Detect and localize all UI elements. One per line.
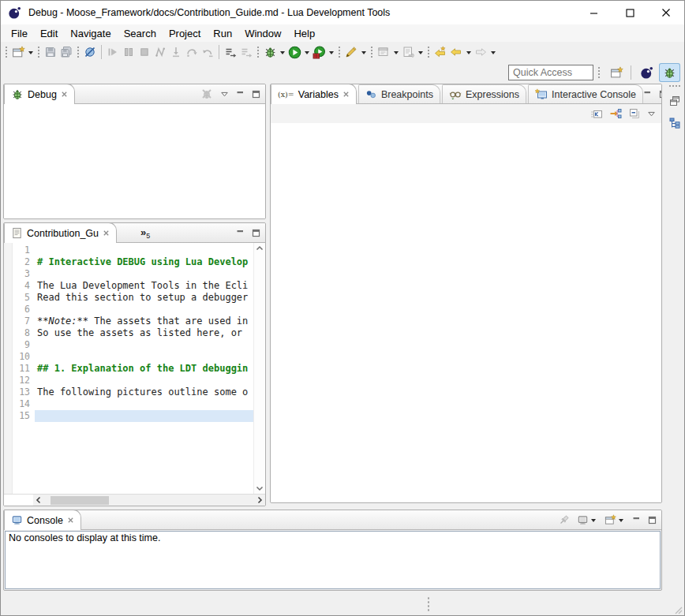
- minimize-view-icon[interactable]: [236, 229, 245, 237]
- editor-vertical-scrollbar[interactable]: [253, 243, 265, 494]
- line-number: 14: [13, 398, 35, 410]
- debug-perspective-button[interactable]: [659, 63, 680, 82]
- minimize-view-icon[interactable]: [236, 90, 245, 99]
- minimize-view-icon[interactable]: [632, 516, 641, 525]
- close-tab-icon[interactable]: [61, 91, 68, 98]
- maximize-view-icon[interactable]: [659, 90, 662, 99]
- show-logical-structure-icon[interactable]: [609, 107, 622, 120]
- toolbar-grip[interactable]: [256, 46, 260, 59]
- scroll-up-icon[interactable]: [256, 245, 264, 252]
- close-tab-icon[interactable]: [67, 517, 74, 524]
- line-number: 11: [13, 363, 35, 375]
- suspend-button: [121, 43, 137, 61]
- menu-edit[interactable]: Edit: [34, 24, 64, 42]
- external-tools-pen-icon: [345, 46, 357, 58]
- display-console-dropdown[interactable]: [589, 511, 597, 528]
- maximize-view-icon[interactable]: [648, 516, 657, 525]
- new-file-gray-dropdown[interactable]: [416, 43, 425, 61]
- maximize-window-button[interactable]: [612, 1, 648, 24]
- collapse-all-icon[interactable]: [628, 107, 641, 120]
- console-message: No consoles to display at this time.: [9, 532, 160, 543]
- debug-view-content[interactable]: [4, 104, 265, 218]
- back-dropdown[interactable]: [464, 43, 473, 61]
- menu-search[interactable]: Search: [118, 24, 163, 42]
- close-tab-icon[interactable]: [103, 230, 110, 237]
- last-edit-location-button[interactable]: [432, 43, 448, 61]
- outline-view-button[interactable]: [666, 114, 683, 132]
- outline-view-icon: [668, 117, 681, 129]
- minimize-window-button[interactable]: [575, 1, 612, 24]
- minimize-view-icon[interactable]: [643, 90, 652, 99]
- menu-run[interactable]: Run: [207, 24, 238, 42]
- display-selected-console-icon: [577, 514, 589, 526]
- editor-horizontal-scrollbar[interactable]: [4, 494, 265, 506]
- run-to-line-button[interactable]: [223, 43, 238, 61]
- window-controls: [575, 1, 684, 24]
- toolbar-grip[interactable]: [5, 46, 8, 59]
- maximize-view-icon[interactable]: [252, 90, 260, 99]
- tab-breakpoints[interactable]: Breakpoints: [358, 84, 440, 103]
- window-resize-grip[interactable]: [672, 604, 683, 614]
- editor-overflow-chevron[interactable]: » 5: [140, 226, 150, 240]
- maximize-view-icon[interactable]: [252, 229, 260, 237]
- run-button[interactable]: [286, 43, 302, 61]
- tab-variables[interactable]: (x)= Variables: [271, 84, 357, 104]
- coverage-dropdown[interactable]: [327, 43, 335, 61]
- toolbar-grip[interactable]: [427, 46, 430, 59]
- toolbar-grip[interactable]: [77, 46, 80, 59]
- view-menu-icon[interactable]: [647, 110, 656, 118]
- open-console-button[interactable]: [605, 511, 625, 528]
- toolbar-grip[interactable]: [370, 46, 373, 59]
- code-area[interactable]: # Interactive DEBUG using Lua Develop Th…: [35, 243, 253, 494]
- tab-interactive-console[interactable]: Interactive Console: [528, 84, 643, 103]
- menu-help[interactable]: Help: [287, 24, 321, 42]
- display-selected-console-button[interactable]: [577, 511, 597, 528]
- menu-window[interactable]: Window: [238, 24, 287, 42]
- run-dropdown[interactable]: [302, 43, 311, 61]
- show-type-names-icon[interactable]: [590, 107, 603, 120]
- external-tools-button[interactable]: [343, 43, 359, 61]
- scroll-down-icon[interactable]: [256, 485, 264, 491]
- line-number: 5: [13, 292, 35, 304]
- new-wizard-dropdown[interactable]: [26, 43, 35, 61]
- tab-debug[interactable]: Debug: [4, 84, 75, 104]
- menu-navigate[interactable]: Navigate: [64, 24, 117, 42]
- variables-stack: (x)= Variables Breakpoints Expressions I…: [270, 84, 662, 503]
- skip-all-breakpoints-button[interactable]: [82, 43, 98, 61]
- restore-view-button[interactable]: [666, 92, 683, 110]
- close-tab-icon[interactable]: [342, 91, 350, 98]
- status-bar-grip[interactable]: [427, 596, 430, 612]
- tab-contribution-guide[interactable]: Contribution_Gu: [4, 222, 117, 243]
- external-tools-dropdown[interactable]: [359, 43, 368, 61]
- line-number: 1: [13, 245, 35, 256]
- menu-file[interactable]: File: [5, 24, 34, 42]
- open-console-dropdown[interactable]: [616, 511, 625, 528]
- scroll-left-button[interactable]: [33, 496, 44, 504]
- back-button[interactable]: [448, 43, 464, 61]
- debug-button[interactable]: [262, 43, 278, 61]
- quick-access-input[interactable]: [508, 65, 593, 80]
- lua-perspective-button[interactable]: [636, 63, 657, 82]
- variables-content[interactable]: [271, 123, 661, 502]
- toolbar-grip[interactable]: [37, 46, 40, 59]
- open-perspective-button[interactable]: [606, 63, 627, 82]
- debug-dropdown[interactable]: [278, 43, 286, 61]
- code-line: [35, 398, 253, 410]
- toolbar-grip[interactable]: [338, 46, 341, 59]
- horizontal-scroll-thumb[interactable]: [51, 496, 109, 505]
- suspend-icon: [122, 46, 135, 58]
- coverage-button[interactable]: [311, 43, 327, 61]
- menu-project[interactable]: Project: [163, 24, 207, 42]
- scroll-right-button[interactable]: [254, 496, 265, 504]
- view-menu-icon[interactable]: [220, 90, 229, 99]
- tab-console[interactable]: Console: [4, 510, 81, 530]
- close-window-button[interactable]: [648, 1, 684, 24]
- forward-dropdown[interactable]: [488, 43, 497, 61]
- tab-expressions[interactable]: Expressions: [442, 84, 526, 103]
- new-wizard-button[interactable]: [10, 43, 26, 61]
- trim-grip[interactable]: [668, 84, 681, 88]
- new-wizard-gray-dropdown[interactable]: [391, 43, 400, 61]
- code-line-heading: ## 1. Explanation of the LDT debuggin: [35, 363, 253, 375]
- expressions-icon: [449, 88, 462, 101]
- toolbar-grip[interactable]: [597, 66, 601, 80]
